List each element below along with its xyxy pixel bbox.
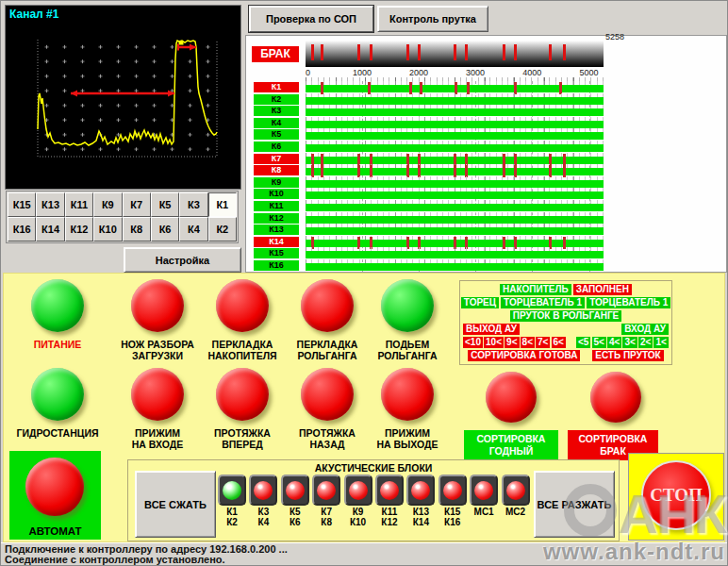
channel-bar [306, 85, 604, 92]
push-button[interactable] [31, 368, 84, 421]
control-label: ПЕРКЛАДКА НАКОПИТЕЛЯ [207, 339, 276, 361]
acoustic-block-button[interactable] [406, 474, 435, 506]
channel-button-К4[interactable]: К4 [179, 217, 207, 241]
push-button[interactable] [301, 368, 354, 421]
channel-selector-row-1: К15К13К11К9К7К5К3К1 [8, 192, 237, 217]
acoustic-block-label: К3 К4 [258, 508, 270, 527]
acoustic-block-button[interactable] [344, 474, 372, 506]
channel-label-К8: К8 [254, 165, 299, 175]
push-button[interactable] [216, 279, 269, 332]
status-chip: 4< [607, 337, 621, 348]
control-cell: ПРИЖИМ НА ВЫХОДЕ [358, 368, 456, 450]
status-row: ТОРЕЦТОРЦЕВАТЕЛЬ 1ТОРЦЕВАТЕЛЬ 1 [463, 297, 669, 308]
acoustic-block-button[interactable] [249, 474, 277, 506]
push-button[interactable] [31, 279, 84, 332]
channel-label-К4: К4 [254, 118, 299, 128]
status-chip: ТОРЦЕВАТЕЛЬ 1 [587, 297, 670, 308]
scale-max-value: 5258 [605, 32, 624, 42]
stop-button[interactable]: СТОП [641, 460, 711, 530]
channel-bar [306, 157, 604, 164]
channel-button-К2[interactable]: К2 [208, 217, 237, 241]
automat-panel: АВТОМАТ [9, 451, 101, 540]
automat-label: АВТОМАТ [9, 525, 101, 537]
acoustic-block-button[interactable] [470, 474, 498, 506]
channel-row: К3 [246, 105, 726, 117]
compress-all-button[interactable]: ВСЕ СЖАТЬ [135, 471, 216, 538]
channel-row: К16 [246, 259, 726, 272]
defect-mark [311, 44, 314, 60]
channel-button-К1[interactable]: К1 [208, 192, 237, 217]
channel-row: К10 [246, 188, 726, 200]
push-button[interactable] [301, 279, 354, 332]
channel-label-К15: К15 [254, 248, 299, 258]
push-button[interactable] [131, 279, 184, 332]
channel-row: К1 [246, 81, 726, 93]
sort-bad-button[interactable] [590, 372, 641, 423]
channel-button-К7[interactable]: К7 [123, 192, 151, 217]
control-label: ПОДЬЕМ РОЛЬГАНГА [377, 339, 437, 361]
channel-button-К16[interactable]: К16 [8, 217, 36, 241]
led-indicator [349, 481, 368, 500]
channel-bar [306, 251, 604, 258]
stop-panel: СТОП [628, 453, 724, 541]
push-button[interactable] [131, 368, 184, 421]
channel-button-К3[interactable]: К3 [179, 192, 207, 217]
channel-button-К8[interactable]: К8 [123, 217, 151, 241]
status-chip: 7< [536, 337, 550, 348]
channel-button-К6[interactable]: К6 [151, 217, 179, 241]
channel-button-К15[interactable]: К15 [8, 192, 36, 217]
acoustic-block-button[interactable] [218, 474, 246, 506]
defect-mark [406, 44, 409, 60]
ruler-tick-label: 4000 [522, 68, 541, 77]
ruler-tick-label: 1000 [353, 68, 372, 77]
acoustic-block-К13: К13 К14 [406, 474, 435, 527]
channel-button-К9[interactable]: К9 [93, 192, 122, 217]
channel-button-К13[interactable]: К13 [36, 192, 64, 217]
channel-bar [306, 97, 604, 105]
automat-button[interactable] [25, 458, 84, 516]
led-indicator [286, 481, 305, 500]
channel-row: К7 [246, 153, 726, 165]
channel-button-К10[interactable]: К10 [93, 217, 122, 241]
acoustic-block-К9: К9 К10 [344, 474, 372, 527]
control-cell: ПРОТЯЖКА ВПЕРЕД [193, 368, 291, 450]
release-all-button[interactable]: ВСЕ РАЗЖАТЬ [534, 471, 615, 538]
channel-button-К5[interactable]: К5 [151, 192, 179, 217]
defect-mark [503, 44, 505, 60]
status-chip: 10< [484, 337, 504, 348]
status-bar: Подключение к контроллеру по адресу 192.… [1, 542, 727, 565]
acoustic-block-button[interactable] [375, 474, 404, 506]
channel-button-К12[interactable]: К12 [65, 217, 93, 241]
push-button[interactable] [381, 279, 434, 332]
defect-mark [418, 44, 421, 60]
main-window: Канал #1 [0, 0, 728, 566]
channel-selector: К15К13К11К9К7К5К3К1 К16К14К12К10К8К6К4К2 [6, 191, 239, 243]
control-rod-button[interactable]: Контроль прутка [377, 6, 488, 32]
channel-label-К11: К11 [254, 201, 299, 211]
channel-button-К11[interactable]: К11 [65, 192, 93, 217]
channel-label-К13: К13 [254, 225, 299, 235]
led-indicator [254, 481, 273, 500]
channel-label-К10: К10 [254, 189, 299, 199]
status-row: <1010<9<8<7<6<<55<4<3<2<1< [463, 337, 669, 348]
settings-button[interactable]: Настройка [124, 247, 241, 273]
acoustic-block-button[interactable] [281, 474, 309, 506]
acoustic-block-button[interactable] [502, 474, 530, 506]
status-chip: <10 [463, 337, 483, 348]
acoustic-block-button[interactable] [312, 474, 340, 506]
control-label: ПИТАНИЕ [34, 339, 82, 350]
check-sop-button[interactable]: Проверка по СОП [249, 6, 373, 32]
control-label: ПРОТЯЖКА НАЗАД [299, 427, 356, 450]
channel-label-К5: К5 [254, 129, 299, 140]
channel-rows: К1К2К3К4К5К6К7К8К9К10К11К12К13К14К15К16 [246, 81, 726, 272]
sort-good-button[interactable] [486, 372, 537, 423]
channel-button-К14[interactable]: К14 [36, 217, 64, 241]
control-label: ПРОТЯЖКА ВПЕРЕД [214, 427, 271, 450]
status-chip: ЗАПОЛНЕН [573, 284, 632, 295]
acoustic-block-button[interactable] [438, 474, 467, 506]
acoustic-blocks-panel: АКУСТИЧЕСКИЕ БЛОКИ ВСЕ СЖАТЬ К1 К2К3 К4К… [127, 459, 620, 541]
push-button[interactable] [381, 368, 434, 421]
push-button[interactable] [216, 368, 269, 421]
status-chip: СОРТИРОВКА ГОТОВА [468, 350, 580, 361]
machine-status-box: НАКОПИТЕЛЬЗАПОЛНЕНТОРЕЦТОРЦЕВАТЕЛЬ 1ТОРЦ… [459, 280, 672, 365]
